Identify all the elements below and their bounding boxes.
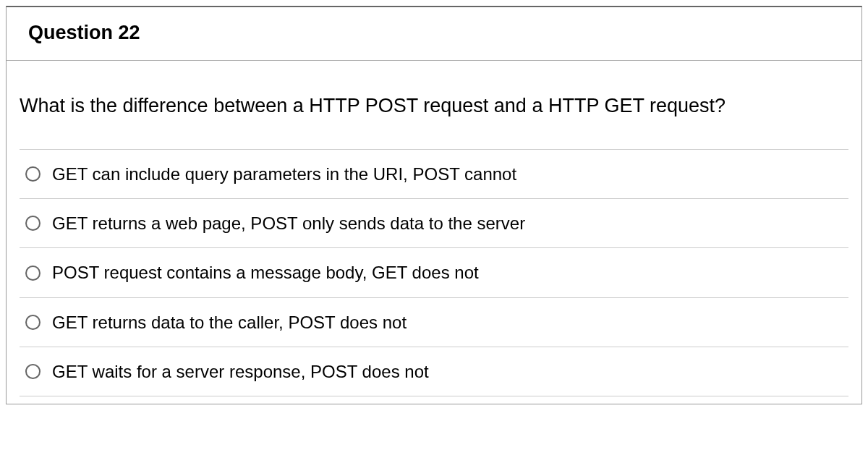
option-row[interactable]: GET returns a web page, POST only sends … [20, 199, 848, 248]
option-label: GET returns a web page, POST only sends … [52, 212, 525, 234]
radio-icon[interactable] [25, 216, 41, 231]
question-header: Question 22 [7, 7, 861, 61]
radio-icon[interactable] [25, 266, 41, 281]
option-label: GET waits for a server response, POST do… [52, 360, 429, 383]
question-body: What is the difference between a HTTP PO… [7, 61, 861, 404]
radio-icon[interactable] [25, 166, 41, 182]
question-title: Question 22 [28, 22, 840, 44]
option-label: GET returns data to the caller, POST doe… [52, 311, 407, 334]
question-prompt: What is the difference between a HTTP PO… [20, 93, 848, 119]
option-row[interactable]: GET can include query parameters in the … [20, 150, 848, 199]
option-row[interactable]: GET waits for a server response, POST do… [20, 347, 848, 396]
option-row[interactable]: GET returns data to the caller, POST doe… [20, 298, 848, 347]
option-label: GET can include query parameters in the … [52, 163, 516, 185]
radio-icon[interactable] [25, 364, 41, 379]
radio-icon[interactable] [25, 315, 41, 330]
options-list: GET can include query parameters in the … [20, 149, 848, 396]
option-label: POST request contains a message body, GE… [52, 261, 479, 284]
option-row[interactable]: POST request contains a message body, GE… [20, 248, 848, 297]
question-card: Question 22 What is the difference betwe… [6, 6, 862, 404]
